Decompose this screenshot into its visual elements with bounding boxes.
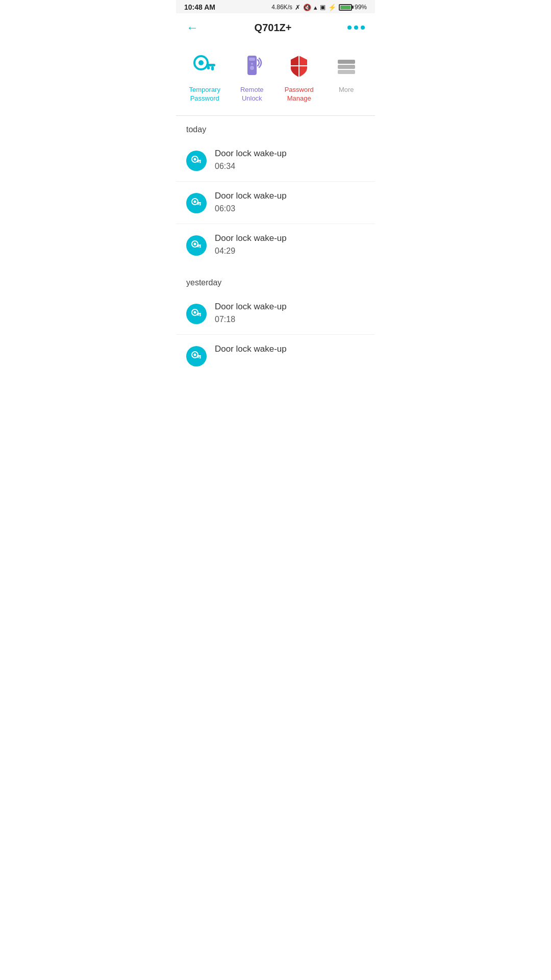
dot-1	[347, 26, 352, 30]
action-remote-unlock[interactable]: RemoteUnlock	[229, 52, 276, 103]
quick-actions: TemporaryPassword RemoteUnlock	[176, 42, 375, 116]
log-content: Door lock wake-up 06:34	[215, 149, 287, 171]
back-button[interactable]: ←	[186, 20, 198, 35]
log-item: Door lock wake-up 06:34	[176, 139, 375, 181]
log-icon-circle	[186, 151, 207, 171]
svg-rect-20	[197, 161, 199, 162]
log-content: Door lock wake-up 04:29	[215, 233, 287, 256]
log-time: 04:29	[215, 247, 287, 256]
dot-2	[354, 26, 358, 30]
svg-rect-2	[206, 64, 215, 66]
remote-unlock-icon	[238, 52, 266, 81]
log-content: Door lock wake-up	[215, 344, 287, 354]
mute-icon: 🔇	[303, 4, 311, 11]
log-item: Door lock wake-up 07:18	[176, 292, 375, 334]
log-content: Door lock wake-up 06:03	[215, 191, 287, 213]
battery-fill	[340, 6, 350, 9]
action-more[interactable]: More	[323, 52, 370, 103]
svg-rect-24	[199, 203, 201, 205]
page-title: Q701Z+	[255, 22, 292, 34]
svg-point-32	[194, 311, 196, 313]
log-title: Door lock wake-up	[215, 233, 287, 243]
log-icon-circle	[186, 235, 207, 256]
svg-rect-38	[197, 355, 201, 357]
log-title: Door lock wake-up	[215, 191, 287, 201]
svg-rect-29	[199, 246, 201, 248]
log-time: 07:18	[215, 315, 287, 324]
log-title: Door lock wake-up	[215, 149, 287, 159]
svg-point-1	[198, 60, 204, 65]
svg-rect-4	[207, 66, 210, 69]
svg-point-22	[194, 200, 196, 203]
bluetooth-icon: ✗	[295, 4, 300, 11]
layers-icon	[332, 52, 361, 81]
log-icon-circle	[186, 346, 207, 366]
battery-percent: 99%	[355, 4, 367, 11]
log-item: Door lock wake-up 04:29	[176, 224, 375, 266]
status-time: 10:48 AM	[184, 3, 215, 11]
shield-icon	[285, 52, 313, 81]
svg-rect-39	[199, 356, 201, 358]
log-list: today Door lock wake-up 06:34	[176, 116, 375, 371]
svg-point-17	[194, 158, 196, 160]
action-label-password-manage: PasswordManage	[285, 86, 314, 103]
svg-rect-33	[197, 313, 201, 314]
back-arrow-icon: ←	[186, 20, 198, 34]
action-label-more: More	[339, 86, 354, 94]
svg-rect-19	[199, 161, 201, 163]
log-title: Door lock wake-up	[215, 302, 287, 312]
log-icon-circle	[186, 304, 207, 324]
battery-bar	[339, 4, 352, 11]
svg-rect-3	[211, 66, 214, 70]
svg-point-7	[250, 66, 254, 70]
action-label-remote-unlock: RemoteUnlock	[240, 86, 264, 103]
section-header-today: today	[176, 116, 375, 139]
wifi-icon: ▴	[314, 4, 317, 11]
action-temporary-password[interactable]: TemporaryPassword	[181, 52, 229, 103]
status-bar: 10:48 AM 4.86K/s ✗ 🔇 ▴ ▣ ⚡ 99%	[176, 0, 375, 13]
dot-3	[361, 26, 365, 30]
svg-rect-34	[199, 314, 201, 316]
svg-rect-6	[249, 58, 255, 61]
svg-point-27	[194, 242, 196, 245]
svg-rect-18	[197, 160, 201, 161]
svg-point-37	[194, 353, 196, 356]
log-time: 06:34	[215, 162, 287, 171]
svg-point-8	[251, 63, 253, 65]
log-content: Door lock wake-up 07:18	[215, 302, 287, 324]
section-header-yesterday: yesterday	[176, 266, 375, 292]
log-item: Door lock wake-up	[176, 335, 375, 371]
log-title: Door lock wake-up	[215, 344, 287, 354]
network-speed: 4.86K/s	[271, 4, 292, 11]
more-options-button[interactable]	[347, 26, 365, 30]
svg-rect-35	[197, 314, 199, 315]
action-password-manage[interactable]: PasswordManage	[276, 52, 323, 103]
svg-rect-13	[338, 70, 355, 74]
key-icon	[190, 52, 219, 81]
svg-rect-14	[338, 65, 355, 69]
svg-rect-30	[197, 246, 199, 247]
svg-rect-40	[197, 356, 199, 358]
status-right: 4.86K/s ✗ 🔇 ▴ ▣ ⚡ 99%	[271, 4, 367, 11]
svg-rect-15	[338, 60, 355, 64]
log-time: 06:03	[215, 204, 287, 213]
svg-rect-28	[197, 244, 201, 246]
signal-icon: ▣	[320, 4, 325, 11]
svg-rect-25	[197, 203, 199, 205]
log-icon-circle	[186, 193, 207, 213]
svg-rect-23	[197, 202, 201, 204]
header: ← Q701Z+	[176, 13, 375, 42]
log-item: Door lock wake-up 06:03	[176, 182, 375, 224]
action-label-temporary-password: TemporaryPassword	[189, 86, 220, 103]
charging-icon: ⚡	[328, 4, 336, 11]
